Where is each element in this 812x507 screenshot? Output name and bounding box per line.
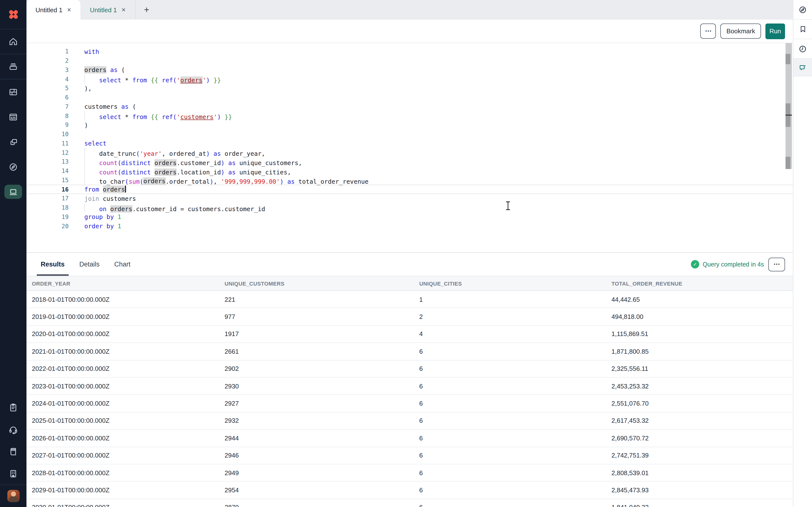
code-line: 12date_trunc('year', ordered_at) as orde… (27, 148, 793, 158)
table-cell: 6 (414, 348, 606, 355)
close-icon[interactable]: ✕ (121, 7, 126, 12)
text-caret (125, 186, 126, 192)
app-window: Untitled 1 ✕ Untitled 1 ✕ + ••• Bookmark… (0, 0, 812, 507)
line-number: 14 (27, 168, 69, 174)
table-cell: 6 (414, 487, 606, 494)
code-line: 16from orders (27, 185, 793, 194)
close-icon[interactable]: ✕ (67, 7, 71, 12)
code-text: count(distinct orders.location_id) as un… (69, 167, 291, 176)
table-cell: 6 (414, 365, 606, 373)
code-line: 10 (27, 130, 793, 139)
table-cell: 6 (414, 382, 606, 390)
table-cell: 2879 (219, 504, 414, 507)
column-header[interactable]: UNIQUE_CITIES (414, 280, 606, 286)
table-cell: 2927 (219, 400, 414, 407)
code-text: select * from {{ ref('customers') }} (69, 111, 232, 121)
dashboard-grid-icon (8, 87, 18, 97)
editor-scrollbar[interactable] (785, 43, 792, 169)
windows-icon (8, 137, 18, 147)
sidebar-item-code[interactable] (0, 104, 27, 129)
docs-book-icon (8, 447, 18, 456)
table-cell: 2019-01-01T00:00:00.000Z (27, 313, 219, 320)
code-line: 15to_char(sum(orders.order_total), '999,… (27, 176, 793, 185)
table-row: 2028-01-01T00:00:00.000Z294962,808,539.0… (27, 464, 793, 482)
table-cell: 2025-01-01T00:00:00.000Z (27, 417, 219, 425)
results-panel: Results Details Chart ✓ Query completed … (27, 252, 793, 507)
ellipsis-icon: ••• (705, 29, 712, 33)
line-number: 12 (27, 149, 69, 156)
column-header[interactable]: UNIQUE_CUSTOMERS (219, 280, 414, 286)
column-header[interactable]: TOTAL_ORDER_REVENUE (606, 280, 793, 286)
user-menu[interactable] (0, 485, 27, 507)
line-number: 18 (27, 204, 69, 211)
tab-bar: Untitled 1 ✕ Untitled 1 ✕ + (27, 0, 793, 19)
scrollbar-current-line-marker (785, 115, 792, 116)
sidebar-item-dashboards[interactable] (0, 79, 27, 104)
sidebar-item-docs[interactable] (0, 440, 27, 462)
sql-editor[interactable]: 1with23orders as (4select * from {{ ref(… (27, 43, 793, 252)
sidebar-item-support[interactable] (0, 418, 27, 440)
table-row: 2023-01-01T00:00:00.000Z293062,453,253.3… (27, 378, 793, 395)
sidebar-item-explore[interactable] (0, 154, 27, 179)
code-text: join customers (69, 195, 136, 202)
table-cell: 6 (414, 469, 606, 476)
code-text: orders as ( (69, 66, 125, 74)
run-button[interactable]: Run (765, 23, 785, 39)
table-cell: 2930 (219, 382, 414, 390)
sidebar-item-history[interactable] (793, 39, 812, 59)
code-text: group by 1 (69, 213, 121, 221)
editor-toolbar: ••• Bookmark Run (27, 19, 793, 43)
table-cell: 2,617,453.32 (606, 417, 793, 425)
sidebar-item-explore-right[interactable] (793, 0, 812, 19)
results-table-header: ORDER_YEARUNIQUE_CUSTOMERSUNIQUE_CITIEST… (27, 276, 793, 291)
new-tab-button[interactable]: + (136, 0, 157, 19)
column-header[interactable]: ORDER_YEAR (27, 280, 219, 286)
sidebar-item-home[interactable] (0, 30, 27, 54)
tab-results[interactable]: Results (37, 253, 69, 276)
tab-details[interactable]: Details (75, 253, 104, 276)
line-number: 20 (27, 223, 69, 229)
bookmark-button[interactable]: Bookmark (720, 23, 761, 39)
table-row: 2021-01-01T00:00:00.000Z266161,871,800.8… (27, 343, 793, 360)
table-row: 2030-01-01T00:00:00.000Z287961,841,049.3… (27, 499, 793, 507)
table-cell: 2027-01-01T00:00:00.000Z (27, 452, 219, 459)
sidebar-item-apps[interactable] (0, 129, 27, 154)
code-text: from orders (69, 186, 126, 193)
user-avatar (7, 490, 19, 502)
results-table-body: 2018-01-01T00:00:00.000Z221144,442.65201… (27, 291, 793, 507)
line-number: 10 (27, 131, 69, 138)
code-lines: 1with23orders as (4select * from {{ ref(… (27, 47, 793, 231)
table-cell: 2,453,253.32 (606, 382, 793, 390)
tab-untitled-2[interactable]: Untitled 1 ✕ (81, 0, 136, 19)
check-circle-icon: ✓ (691, 260, 699, 269)
sidebar-item-projects[interactable] (0, 54, 27, 79)
sidebar-item-bookmarks[interactable] (793, 19, 812, 39)
code-text: ) (69, 121, 88, 129)
query-status: ✓ Query completed in 4s (691, 260, 764, 269)
history-clock-icon (798, 44, 807, 53)
sidebar-item-changelog[interactable] (0, 396, 27, 418)
sidebar-item-terminal[interactable] (0, 179, 27, 204)
table-cell: 2,808,539.01 (606, 469, 793, 476)
tab-untitled-1[interactable]: Untitled 1 ✕ (27, 0, 81, 19)
more-options-button[interactable]: ••• (701, 23, 716, 39)
code-line: 9) (27, 120, 793, 130)
line-number: 9 (27, 122, 69, 128)
sidebar-item-ai-assistant[interactable] (793, 59, 812, 76)
results-header: Results Details Chart ✓ Query completed … (27, 253, 793, 276)
sidebar-item-organization[interactable] (0, 462, 27, 485)
table-cell: 1,115,869.51 (606, 330, 793, 338)
hex-logo[interactable] (0, 0, 27, 30)
results-table: ORDER_YEARUNIQUE_CUSTOMERSUNIQUE_CITIEST… (27, 276, 793, 507)
table-cell: 2 (414, 313, 606, 320)
code-line: 20order by 1 (27, 222, 793, 231)
code-line: 8select * from {{ ref('customers') }} (27, 111, 793, 121)
line-number: 8 (27, 112, 69, 119)
table-cell: 44,442.65 (606, 296, 793, 303)
terminal-laptop-icon (8, 187, 18, 197)
results-more-button[interactable]: ••• (768, 258, 785, 271)
tab-chart[interactable]: Chart (110, 253, 134, 276)
compass-icon (798, 5, 807, 14)
active-item-highlight (4, 185, 22, 199)
code-line: 18on orders.customer_id = customers.cust… (27, 203, 793, 213)
